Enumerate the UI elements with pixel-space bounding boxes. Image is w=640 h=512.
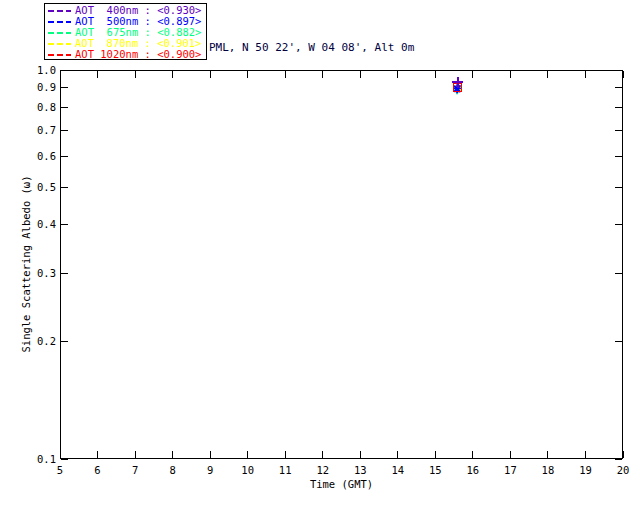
y-tick <box>61 156 68 157</box>
legend-line-sample <box>48 10 71 12</box>
x-tick-label: 14 <box>378 464 418 476</box>
x-tick-label: 7 <box>115 464 155 476</box>
x-tick-label: 8 <box>153 464 193 476</box>
y-tick <box>615 70 622 71</box>
x-tick <box>285 71 286 78</box>
x-tick-label: 12 <box>303 464 343 476</box>
legend: AOT 400nm : <0.930>AOT 500nm : <0.897>AO… <box>44 3 207 60</box>
y-tick-label: 0.8 <box>26 102 56 113</box>
legend-line-sample <box>48 43 71 45</box>
y-tick <box>61 187 68 188</box>
x-tick-label: 20 <box>603 464 640 476</box>
x-axis-title: Time (GMT) <box>60 478 623 490</box>
y-tick <box>615 341 622 342</box>
y-tick-label: 0.5 <box>26 182 56 193</box>
ssa-plot-canvas: AOT 400nm : <0.930>AOT 500nm : <0.897>AO… <box>0 0 640 512</box>
x-tick-label: 6 <box>78 464 118 476</box>
y-tick-label: 0.9 <box>26 82 56 93</box>
y-tick <box>61 341 68 342</box>
x-tick <box>547 451 548 458</box>
legend-line-sample <box>48 21 71 23</box>
x-tick-label: 11 <box>265 464 305 476</box>
x-tick <box>285 451 286 458</box>
station-info-line: PML, N 50 22', W 04 08', Alt 0m <box>209 39 414 56</box>
legend-item-label: AOT 1020nm : <0.900> <box>75 49 201 60</box>
x-tick <box>547 71 548 78</box>
y-tick <box>61 87 68 88</box>
y-tick <box>615 187 622 188</box>
x-tick-label: 19 <box>565 464 605 476</box>
y-tick-label: 1.0 <box>26 65 56 76</box>
y-tick-label: 0.2 <box>26 336 56 347</box>
y-tick <box>615 107 622 108</box>
x-tick-label: 13 <box>340 464 380 476</box>
x-tick <box>210 451 211 458</box>
y-tick <box>615 130 622 131</box>
x-tick <box>510 71 511 78</box>
y-tick <box>61 273 68 274</box>
y-tick-label: 0.7 <box>26 125 56 136</box>
plot-area <box>60 70 623 459</box>
y-tick <box>61 107 68 108</box>
x-tick <box>510 451 511 458</box>
x-tick <box>322 451 323 458</box>
x-tick <box>472 71 473 78</box>
x-tick <box>360 451 361 458</box>
y-tick <box>615 87 622 88</box>
x-tick <box>435 71 436 78</box>
x-tick <box>172 451 173 458</box>
x-tick <box>623 71 624 78</box>
x-tick-label: 9 <box>190 464 230 476</box>
y-tick <box>615 156 622 157</box>
x-tick <box>172 71 173 78</box>
marker-shape <box>457 77 459 88</box>
x-tick <box>60 71 61 78</box>
x-tick-label: 15 <box>415 464 455 476</box>
x-tick <box>60 451 61 458</box>
x-tick <box>397 71 398 78</box>
x-tick <box>435 451 436 458</box>
legend-item: AOT 1020nm : <0.900> <box>48 49 206 60</box>
legend-line-sample <box>48 54 71 56</box>
x-tick <box>623 451 624 458</box>
x-tick-label: 10 <box>228 464 268 476</box>
x-tick <box>397 451 398 458</box>
x-tick <box>472 451 473 458</box>
x-tick <box>585 451 586 458</box>
x-tick <box>247 71 248 78</box>
y-tick <box>61 130 68 131</box>
x-tick <box>135 71 136 78</box>
x-tick <box>97 71 98 78</box>
x-tick <box>210 71 211 78</box>
y-tick <box>615 459 622 460</box>
y-tick-label: 0.4 <box>26 219 56 230</box>
x-tick <box>585 71 586 78</box>
y-tick-label: 0.6 <box>26 151 56 162</box>
y-tick <box>615 224 622 225</box>
x-tick <box>322 71 323 78</box>
y-tick <box>61 70 68 71</box>
x-tick-label: 17 <box>490 464 530 476</box>
x-tick <box>360 71 361 78</box>
y-tick <box>61 224 68 225</box>
x-tick-label: 5 <box>40 464 80 476</box>
y-tick <box>61 459 68 460</box>
y-tick <box>615 273 622 274</box>
x-tick-label: 18 <box>528 464 568 476</box>
y-tick-label: 0.3 <box>26 268 56 279</box>
y-tick-label: 0.1 <box>26 454 56 465</box>
legend-line-sample <box>48 32 71 34</box>
x-tick <box>247 451 248 458</box>
x-tick <box>97 451 98 458</box>
x-tick <box>135 451 136 458</box>
y-axis-title-text: Single Scattering Albedo (ω) <box>20 175 32 352</box>
x-tick-label: 16 <box>453 464 493 476</box>
